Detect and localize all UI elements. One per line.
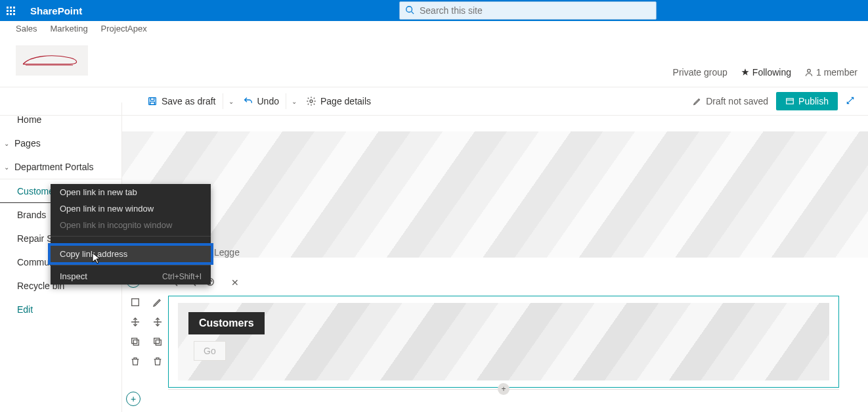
nav-edit-link[interactable]: Edit — [0, 298, 121, 321]
go-button[interactable]: Go — [194, 341, 226, 361]
move-section-icon[interactable] — [129, 315, 142, 329]
following-toggle[interactable]: Following — [741, 67, 791, 78]
close-icon[interactable]: ✕ — [231, 277, 239, 288]
svg-rect-12 — [156, 340, 161, 345]
save-draft-chevron-icon[interactable]: ⌄ — [225, 98, 238, 105]
hero-area[interactable]: Legge — [122, 131, 868, 258]
svg-rect-4 — [150, 98, 154, 101]
svg-point-6 — [310, 100, 313, 103]
svg-line-1 — [412, 11, 414, 14]
page-canvas: Legge + + ✕ Customers Go + — [122, 131, 868, 412]
ctx-open-new-tab[interactable]: Open link in new tab — [51, 184, 211, 200]
svg-rect-7 — [787, 99, 794, 104]
suite-header: SharePoint — [0, 0, 868, 21]
hub-link-projectapex[interactable]: ProjectApex — [101, 24, 147, 34]
search-icon — [405, 5, 414, 16]
undo-icon — [243, 96, 253, 106]
save-draft-button[interactable]: Save as draft — [142, 91, 221, 112]
section-divider: + — [168, 389, 839, 400]
search-box[interactable] — [399, 1, 657, 20]
svg-rect-13 — [154, 338, 160, 344]
search-input[interactable] — [420, 5, 656, 16]
context-menu: Open link in new tab Open link in new wi… — [51, 184, 211, 285]
svg-rect-10 — [133, 340, 139, 345]
publish-button[interactable]: Publish — [776, 92, 838, 110]
undo-button[interactable]: Undo — [238, 91, 284, 112]
add-webpart-button[interactable]: + — [498, 383, 510, 395]
ctx-open-incognito: Open link in incognito window — [51, 217, 211, 233]
publish-icon — [785, 97, 794, 106]
webpart-frame[interactable]: Customers Go — [168, 296, 839, 388]
undo-chevron-icon[interactable]: ⌄ — [288, 98, 301, 105]
move-webpart-icon[interactable] — [151, 315, 164, 329]
group-privacy: Private group — [673, 67, 727, 78]
person-icon — [804, 68, 814, 77]
duplicate-webpart-icon[interactable] — [151, 335, 164, 348]
ctx-inspect[interactable]: Inspect Ctrl+Shift+I — [51, 268, 211, 285]
page-details-button[interactable]: Page details — [301, 91, 376, 112]
ctx-inspect-shortcut: Ctrl+Shift+I — [162, 272, 202, 281]
site-header: Private group Following 1 member — [0, 34, 868, 87]
svg-rect-9 — [132, 299, 139, 306]
edit-section-icon[interactable] — [129, 296, 142, 309]
star-icon — [741, 68, 750, 77]
delete-webpart-icon[interactable] — [151, 355, 164, 368]
members-link[interactable]: 1 member — [804, 67, 857, 78]
add-section-bottom-button[interactable]: + — [126, 392, 141, 406]
ctx-open-new-window[interactable]: Open link in new window — [51, 200, 211, 217]
author-name-fragment: Legge — [214, 247, 240, 258]
webpart-preview: Customers Go — [178, 303, 829, 380]
svg-rect-5 — [150, 102, 155, 104]
delete-section-icon[interactable] — [129, 355, 142, 368]
edit-webpart-icon[interactable] — [151, 296, 164, 309]
nav-pages[interactable]: ⌄Pages — [0, 131, 121, 155]
chevron-down-icon: ⌄ — [4, 140, 14, 147]
expand-icon[interactable] — [846, 96, 855, 107]
svg-rect-11 — [132, 338, 137, 344]
section-toolbox — [126, 296, 144, 368]
svg-point-0 — [406, 6, 412, 12]
app-name: SharePoint — [30, 5, 82, 16]
ctx-copy-link-address[interactable]: Copy link address — [48, 243, 213, 265]
svg-point-2 — [808, 69, 811, 72]
app-launcher-icon[interactable] — [0, 0, 21, 21]
pencil-icon — [693, 97, 702, 106]
gear-icon — [306, 96, 316, 106]
webpart-toolbox — [148, 296, 167, 368]
webpart-title: Customers — [188, 312, 265, 334]
nav-department-portals[interactable]: ⌄Department Portals — [0, 155, 121, 179]
site-logo[interactable] — [16, 45, 88, 76]
duplicate-section-icon[interactable] — [129, 335, 142, 348]
chevron-down-icon: ⌄ — [4, 164, 14, 171]
command-bar: Save as draft ⌄ Undo ⌄ Page details Draf… — [0, 87, 868, 116]
save-icon — [147, 96, 158, 106]
hub-nav: Sales Marketing ProjectApex — [0, 21, 868, 34]
nav-home[interactable]: Home — [0, 108, 121, 131]
hub-link-sales[interactable]: Sales — [16, 24, 37, 34]
draft-status: Draft not saved — [693, 96, 768, 106]
hub-link-marketing[interactable]: Marketing — [51, 24, 88, 34]
